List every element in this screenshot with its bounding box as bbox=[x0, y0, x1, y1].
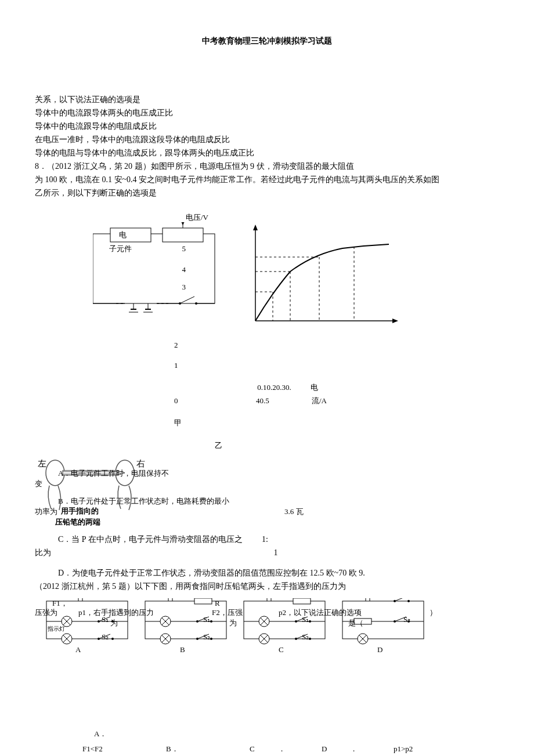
q9-wei2: 为 bbox=[229, 618, 237, 628]
q7-option-a: 导体中的电流跟导体两头的电压成正比 bbox=[35, 107, 499, 119]
q8-optC-val2: 1 bbox=[274, 548, 278, 557]
below-numbers-block: 2 1 0.10.20.30. 电 0 40.5 流/A 甲 bbox=[174, 338, 499, 429]
graph-diagram-yi bbox=[244, 222, 406, 327]
svg-marker-20 bbox=[253, 225, 258, 230]
circuit-b-s2: S₂ bbox=[203, 632, 210, 642]
x-axis-label-char1: 电 bbox=[311, 383, 318, 392]
q8-optC: C．当 P 在中点时，电子元件与滑动变阻器的电压之 1: bbox=[58, 533, 499, 545]
circuit-d-label: D bbox=[377, 645, 383, 655]
q9-paren: ） bbox=[430, 607, 437, 618]
graph-svg bbox=[244, 222, 406, 327]
svg-point-99 bbox=[407, 600, 410, 602]
q8-optC-val1: 1: bbox=[262, 535, 268, 544]
indicator-label: 指示灯 bbox=[48, 625, 65, 633]
q7-option-b: 导体中的电流跟导体的电阻成反比 bbox=[35, 120, 499, 132]
svg-marker-22 bbox=[392, 319, 398, 323]
circuit-a bbox=[41, 598, 134, 650]
x-tick-last: 40.5 bbox=[256, 396, 269, 405]
q8-optC-line2: 比为 bbox=[35, 548, 51, 557]
q9-pressure-label: 压强为 bbox=[35, 607, 57, 618]
svg-point-91 bbox=[309, 638, 311, 640]
y-tick-4: 4 bbox=[174, 264, 186, 276]
q9-optB-label: B． bbox=[163, 742, 245, 756]
circuit-diagram-jia: 电 子元件 5 4 3 bbox=[93, 222, 232, 327]
x-ticks-row1: 0.10.20.30. bbox=[257, 383, 291, 392]
q8-number: 8． bbox=[35, 162, 47, 171]
svg-rect-54 bbox=[145, 601, 226, 639]
page-header: 中考教育物理三轮冲刺模拟学习试题 bbox=[35, 35, 499, 47]
svg-point-85 bbox=[309, 620, 311, 623]
q7-stem: 关系，以下说法正确的选项是 bbox=[35, 93, 499, 106]
q9-answer-table: A． F1<F2 B． C． D． p1>p2 F1>F2 p1<p2 bbox=[35, 726, 499, 756]
svg-rect-59 bbox=[194, 598, 212, 604]
circuit-a-s2: S₂ bbox=[102, 632, 109, 642]
q9-optC-dot: ． bbox=[278, 744, 286, 753]
circuit-c-s2: S₂ bbox=[302, 632, 309, 642]
q8-optB-line1: B．电子元件处于正常工作状态时，电路耗费的最小 bbox=[58, 496, 229, 507]
q8-source: 8．（2012 浙江义乌，第 20 题）如图甲所示，电源电压恒为 9 伏，滑动变… bbox=[35, 160, 499, 172]
q8-body2: 乙所示，则以下判断正确的选项是 bbox=[35, 187, 499, 199]
q7-option-d: 导体的电阻与导体中的电流成反比，跟导体两头的电压成正比 bbox=[35, 147, 499, 159]
q9-optC-label: C bbox=[250, 744, 255, 753]
four-circuit-row: F1， 压强为 S₁ 指示灯 S₂ A p1，右手指遇到的压力 R S₁ S₂ … bbox=[35, 598, 499, 656]
q9-p1-text: p1，右手指遇到的压力 bbox=[78, 607, 154, 618]
q9-source: （2012 浙江杭州，第 5 题）以下下图，用两食指同时压铅笔两头，左手指遇到的… bbox=[35, 580, 499, 592]
q9-optD-val: p1>p2 bbox=[390, 742, 498, 756]
y-tick-3: 3 bbox=[174, 281, 186, 293]
q8-optC-cont: 比为 1 bbox=[35, 547, 499, 559]
svg-rect-1 bbox=[110, 228, 151, 242]
pencil-caption-line1: 用手指向的 bbox=[61, 506, 99, 516]
x-axis-label-unit: 流/A bbox=[312, 396, 327, 405]
q9-f2-text: F2，压强 bbox=[212, 607, 243, 618]
circuit-svg bbox=[93, 222, 232, 327]
q8-diagram-area: 电压/V 电 子元件 5 4 3 bbox=[35, 216, 499, 332]
pencil-hands-area: 左 右 A．电子元件工作时，电阻保持不 变 B．电子元件处于正常工作状态时，电路… bbox=[35, 457, 499, 532]
y-tick-0: 0 bbox=[174, 396, 178, 405]
circuit-b-s1: S₁ bbox=[203, 614, 210, 625]
circuit-c-label: C bbox=[279, 645, 284, 655]
svg-point-66 bbox=[210, 620, 212, 623]
q9-wei1: 为 bbox=[110, 618, 118, 628]
caption-yi: 乙 bbox=[215, 440, 499, 451]
caption-jia: 甲 bbox=[174, 416, 499, 429]
q9-optA-label: A． bbox=[36, 727, 161, 741]
component-label-line2: 子元件 bbox=[109, 243, 132, 255]
circuit-b-label: B bbox=[180, 645, 185, 655]
q9-answer-row: A． F1<F2 B． C． D． p1>p2 F1>F2 p1<p2 bbox=[35, 726, 499, 756]
q8-optA-line1: A．电子元件工作时，电阻保持不 bbox=[58, 468, 169, 479]
circuit-d-s2: S₂ bbox=[403, 614, 410, 625]
y-tick-5: 5 bbox=[174, 243, 186, 255]
y-tick-2: 2 bbox=[174, 338, 499, 352]
q8-optB-val: 3.6 瓦 bbox=[284, 507, 304, 517]
svg-rect-73 bbox=[244, 601, 325, 639]
q9-optA-val: F1<F2 bbox=[36, 742, 161, 756]
q8-optD: D．为使电子元件处于正常工作状态，滑动变阻器的阻值范围应控制在 12.5 欧~7… bbox=[58, 567, 499, 579]
svg-point-72 bbox=[210, 638, 212, 640]
circuit-a-label: A bbox=[75, 645, 81, 655]
q8-src-text: （2012 浙江义乌，第 20 题）如图甲所示，电源电压恒为 9 伏，滑动变阻器… bbox=[47, 162, 354, 171]
q8-optC-line1: C．当 P 在中点时，电子元件与滑动变阻器的电压之 bbox=[58, 535, 243, 544]
voltage-axis-label: 电压/V bbox=[186, 212, 208, 223]
q8-optA-line2: 变 bbox=[35, 479, 42, 489]
svg-line-14 bbox=[180, 296, 194, 303]
q9-optD-label: D bbox=[322, 744, 327, 753]
component-label-line1: 电 bbox=[119, 229, 127, 241]
q8-body1: 为 100 欧，电流在 0.1 安~0.4 安之间时电子元件均能正常工作。若经过… bbox=[35, 173, 499, 186]
svg-marker-4 bbox=[180, 222, 186, 225]
q8-optB-line2: 功率为 bbox=[35, 507, 57, 517]
svg-point-53 bbox=[111, 638, 114, 640]
pencil-caption-line2: 压铅笔的两端 bbox=[55, 517, 100, 527]
q9-p2-text: p2，以下说法正确的选项 bbox=[279, 607, 362, 618]
q9-shi: 是（ bbox=[348, 618, 363, 628]
svg-line-98 bbox=[395, 598, 406, 601]
q7-option-c: 在电压一准时，导体中的电流跟这段导体的电阻成反比 bbox=[35, 133, 499, 146]
y-tick-1: 1 bbox=[174, 359, 499, 372]
q9-optD-dot: ． bbox=[350, 744, 358, 753]
svg-rect-2 bbox=[163, 228, 203, 242]
svg-rect-78 bbox=[293, 598, 311, 604]
hand-left-label: 左 bbox=[38, 458, 46, 470]
circuit-c bbox=[238, 598, 331, 650]
